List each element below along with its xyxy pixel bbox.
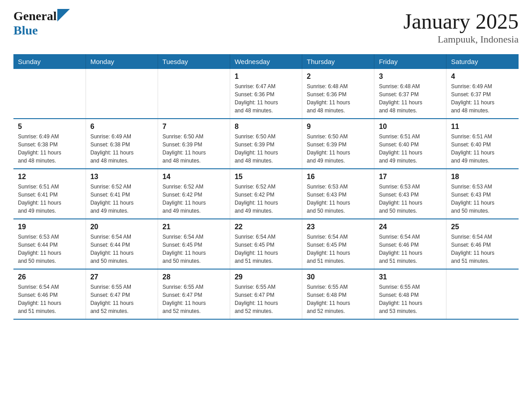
weekday-header-tuesday: Tuesday (158, 54, 230, 69)
calendar-cell: 3Sunrise: 6:48 AM Sunset: 6:37 PM Daylig… (374, 69, 446, 119)
day-number: 20 (90, 223, 153, 231)
day-number: 31 (379, 273, 442, 281)
calendar-week-row: 5Sunrise: 6:49 AM Sunset: 6:38 PM Daylig… (13, 119, 519, 169)
day-info: Sunrise: 6:52 AM Sunset: 6:42 PM Dayligh… (235, 183, 297, 215)
calendar-cell: 2Sunrise: 6:48 AM Sunset: 6:36 PM Daylig… (302, 69, 374, 119)
day-number: 28 (163, 273, 225, 281)
calendar-cell: 30Sunrise: 6:55 AM Sunset: 6:48 PM Dayli… (302, 269, 374, 319)
day-info: Sunrise: 6:49 AM Sunset: 6:37 PM Dayligh… (451, 82, 514, 115)
day-number: 26 (18, 273, 81, 281)
day-number: 19 (18, 223, 81, 231)
calendar-body: 1Sunrise: 6:47 AM Sunset: 6:36 PM Daylig… (13, 69, 519, 319)
calendar-table: SundayMondayTuesdayWednesdayThursdayFrid… (13, 54, 519, 320)
day-number: 7 (163, 123, 225, 131)
calendar-cell: 27Sunrise: 6:55 AM Sunset: 6:47 PM Dayli… (86, 269, 158, 319)
calendar-cell: 13Sunrise: 6:52 AM Sunset: 6:41 PM Dayli… (86, 169, 158, 219)
day-info: Sunrise: 6:52 AM Sunset: 6:41 PM Dayligh… (90, 183, 153, 215)
calendar-cell: 7Sunrise: 6:50 AM Sunset: 6:39 PM Daylig… (158, 119, 230, 169)
day-number: 14 (163, 173, 225, 181)
weekday-header-row: SundayMondayTuesdayWednesdayThursdayFrid… (13, 54, 519, 69)
calendar-cell: 28Sunrise: 6:55 AM Sunset: 6:47 PM Dayli… (158, 269, 230, 319)
logo-general-text: General (13, 9, 56, 23)
day-number: 11 (451, 123, 514, 131)
calendar-week-row: 19Sunrise: 6:53 AM Sunset: 6:44 PM Dayli… (13, 219, 519, 269)
calendar-cell (13, 69, 86, 119)
day-number: 3 (379, 73, 442, 81)
calendar-week-row: 12Sunrise: 6:51 AM Sunset: 6:41 PM Dayli… (13, 169, 519, 219)
calendar-cell: 6Sunrise: 6:49 AM Sunset: 6:38 PM Daylig… (86, 119, 158, 169)
day-info: Sunrise: 6:49 AM Sunset: 6:38 PM Dayligh… (18, 133, 81, 165)
calendar-cell: 26Sunrise: 6:54 AM Sunset: 6:46 PM Dayli… (13, 269, 86, 319)
calendar-cell: 8Sunrise: 6:50 AM Sunset: 6:39 PM Daylig… (230, 119, 302, 169)
day-number: 22 (235, 223, 297, 231)
day-info: Sunrise: 6:49 AM Sunset: 6:38 PM Dayligh… (90, 133, 153, 165)
calendar-cell: 21Sunrise: 6:54 AM Sunset: 6:45 PM Dayli… (158, 219, 230, 269)
day-info: Sunrise: 6:47 AM Sunset: 6:36 PM Dayligh… (235, 82, 297, 115)
day-info: Sunrise: 6:55 AM Sunset: 6:48 PM Dayligh… (307, 283, 369, 315)
day-number: 23 (307, 223, 369, 231)
day-info: Sunrise: 6:50 AM Sunset: 6:39 PM Dayligh… (163, 133, 225, 165)
day-info: Sunrise: 6:54 AM Sunset: 6:45 PM Dayligh… (307, 233, 369, 265)
calendar-week-row: 1Sunrise: 6:47 AM Sunset: 6:36 PM Daylig… (13, 69, 519, 119)
calendar-cell: 24Sunrise: 6:54 AM Sunset: 6:46 PM Dayli… (374, 219, 446, 269)
calendar-cell: 9Sunrise: 6:50 AM Sunset: 6:39 PM Daylig… (302, 119, 374, 169)
day-number: 8 (235, 123, 297, 131)
calendar-cell: 31Sunrise: 6:55 AM Sunset: 6:48 PM Dayli… (374, 269, 446, 319)
day-info: Sunrise: 6:50 AM Sunset: 6:39 PM Dayligh… (235, 133, 297, 165)
calendar-cell: 23Sunrise: 6:54 AM Sunset: 6:45 PM Dayli… (302, 219, 374, 269)
day-info: Sunrise: 6:53 AM Sunset: 6:43 PM Dayligh… (451, 183, 514, 215)
day-info: Sunrise: 6:51 AM Sunset: 6:40 PM Dayligh… (451, 133, 514, 165)
day-info: Sunrise: 6:54 AM Sunset: 6:46 PM Dayligh… (18, 283, 81, 315)
day-number: 17 (379, 173, 442, 181)
day-number: 29 (235, 273, 297, 281)
calendar-cell (86, 69, 158, 119)
day-info: Sunrise: 6:53 AM Sunset: 6:44 PM Dayligh… (18, 233, 81, 265)
day-info: Sunrise: 6:50 AM Sunset: 6:39 PM Dayligh… (307, 133, 369, 165)
calendar-cell: 1Sunrise: 6:47 AM Sunset: 6:36 PM Daylig… (230, 69, 302, 119)
calendar-cell (446, 269, 519, 319)
weekday-header-thursday: Thursday (302, 54, 374, 69)
day-number: 24 (379, 223, 442, 231)
calendar-subtitle: Lampuuk, Indonesia (403, 34, 519, 45)
day-number: 18 (451, 173, 514, 181)
day-number: 27 (90, 273, 153, 281)
day-number: 1 (235, 73, 297, 81)
day-info: Sunrise: 6:54 AM Sunset: 6:46 PM Dayligh… (379, 233, 442, 265)
day-number: 2 (307, 73, 369, 81)
calendar-cell: 25Sunrise: 6:54 AM Sunset: 6:46 PM Dayli… (446, 219, 519, 269)
calendar-cell: 17Sunrise: 6:53 AM Sunset: 6:43 PM Dayli… (374, 169, 446, 219)
day-number: 5 (18, 123, 81, 131)
day-info: Sunrise: 6:53 AM Sunset: 6:43 PM Dayligh… (307, 183, 369, 215)
day-number: 9 (307, 123, 369, 131)
logo-blue-text: Blue (13, 23, 70, 38)
title-area: January 2025 Lampuuk, Indonesia (403, 9, 519, 45)
day-info: Sunrise: 6:54 AM Sunset: 6:44 PM Dayligh… (90, 233, 153, 265)
calendar-cell (158, 69, 230, 119)
logo-triangle-icon (57, 9, 70, 21)
weekday-header-sunday: Sunday (13, 54, 86, 69)
day-number: 25 (451, 223, 514, 231)
calendar-cell: 15Sunrise: 6:52 AM Sunset: 6:42 PM Dayli… (230, 169, 302, 219)
weekday-header-monday: Monday (86, 54, 158, 69)
calendar-cell: 18Sunrise: 6:53 AM Sunset: 6:43 PM Dayli… (446, 169, 519, 219)
day-number: 12 (18, 173, 81, 181)
day-info: Sunrise: 6:51 AM Sunset: 6:41 PM Dayligh… (18, 183, 81, 215)
day-info: Sunrise: 6:55 AM Sunset: 6:47 PM Dayligh… (163, 283, 225, 315)
day-info: Sunrise: 6:55 AM Sunset: 6:48 PM Dayligh… (379, 283, 442, 315)
day-info: Sunrise: 6:54 AM Sunset: 6:46 PM Dayligh… (451, 233, 514, 265)
day-number: 30 (307, 273, 369, 281)
day-info: Sunrise: 6:54 AM Sunset: 6:45 PM Dayligh… (235, 233, 297, 265)
calendar-week-row: 26Sunrise: 6:54 AM Sunset: 6:46 PM Dayli… (13, 269, 519, 319)
day-number: 4 (451, 73, 514, 81)
day-info: Sunrise: 6:48 AM Sunset: 6:37 PM Dayligh… (379, 82, 442, 115)
day-number: 16 (307, 173, 369, 181)
calendar-cell: 16Sunrise: 6:53 AM Sunset: 6:43 PM Dayli… (302, 169, 374, 219)
day-info: Sunrise: 6:54 AM Sunset: 6:45 PM Dayligh… (163, 233, 225, 265)
day-info: Sunrise: 6:52 AM Sunset: 6:42 PM Dayligh… (163, 183, 225, 215)
calendar-cell: 10Sunrise: 6:51 AM Sunset: 6:40 PM Dayli… (374, 119, 446, 169)
day-info: Sunrise: 6:48 AM Sunset: 6:36 PM Dayligh… (307, 82, 369, 115)
calendar-cell: 14Sunrise: 6:52 AM Sunset: 6:42 PM Dayli… (158, 169, 230, 219)
weekday-header-friday: Friday (374, 54, 446, 69)
day-info: Sunrise: 6:53 AM Sunset: 6:43 PM Dayligh… (379, 183, 442, 215)
calendar-cell: 29Sunrise: 6:55 AM Sunset: 6:47 PM Dayli… (230, 269, 302, 319)
